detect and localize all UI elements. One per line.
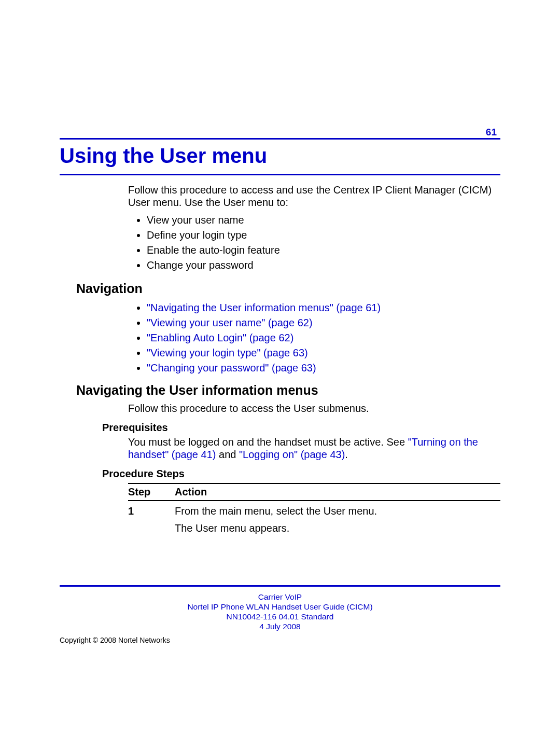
action-text: The User menu appears. [175, 522, 500, 534]
nav-link[interactable]: "Enabling Auto Login" (page 62) [147, 332, 293, 343]
list-item: "Changing your password" (page 63) [147, 361, 500, 376]
copyright: Copyright © 2008 Nortel Networks [60, 636, 170, 644]
footer-line: Nortel IP Phone WLAN Handset User Guide … [60, 602, 500, 612]
prerequisites-heading: Prerequisites [102, 422, 500, 434]
prereq-text: and [216, 449, 239, 460]
intro-bullet-list: View your user name Define your login ty… [128, 213, 500, 273]
nav-link[interactable]: "Viewing your user name" (page 62) [147, 317, 313, 328]
top-rule [60, 138, 500, 140]
prereq-text: . [345, 449, 348, 460]
footer-line: 4 July 2008 [60, 621, 500, 631]
list-item: "Viewing your login type" (page 63) [147, 345, 500, 361]
page-title: Using the User menu [60, 144, 267, 168]
list-item: "Enabling Auto Login" (page 62) [147, 330, 500, 345]
document-page: 61 Using the User menu Follow this proce… [0, 0, 560, 747]
prerequisites-paragraph: You must be logged on and the handset mu… [128, 436, 500, 461]
step-header: Step [128, 483, 175, 501]
footer-line: NN10042-116 04.01 Standard [60, 612, 500, 621]
nav-link[interactable]: "Changing your password" (page 63) [147, 362, 316, 374]
step-number: 1 [128, 501, 175, 540]
nav-link[interactable]: "Viewing your login type" (page 63) [147, 347, 308, 358]
action-text: From the main menu, select the User menu… [175, 505, 500, 517]
navigating-body: Follow this procedure to access the User… [128, 402, 500, 414]
list-item: View your user name [147, 213, 500, 228]
nav-link[interactable]: "Navigating the User information menus" … [147, 302, 381, 313]
table-header-row: Step Action [128, 483, 500, 501]
table-row: 1 From the main menu, select the User me… [128, 501, 500, 540]
action-header: Action [175, 483, 500, 501]
navigation-heading: Navigation [76, 281, 500, 296]
list-item: "Viewing your user name" (page 62) [147, 315, 500, 330]
footer-rule [60, 585, 500, 587]
content-area: Follow this procedure to access and use … [60, 184, 500, 540]
page-number: 61 [486, 127, 497, 138]
procedure-table: Step Action 1 From the main menu, select… [128, 483, 500, 540]
footer: Carrier VoIP Nortel IP Phone WLAN Handse… [60, 592, 500, 631]
list-item: Enable the auto-login feature [147, 243, 500, 258]
navigation-link-list: "Navigating the User information menus" … [128, 300, 500, 376]
footer-line: Carrier VoIP [60, 592, 500, 602]
list-item: Define your login type [147, 228, 500, 243]
prereq-link[interactable]: "Logging on" (page 43) [239, 449, 345, 460]
intro-paragraph: Follow this procedure to access and use … [128, 184, 500, 209]
list-item: Change your password [147, 258, 500, 273]
navigating-heading: Navigating the User information menus [76, 383, 500, 398]
list-item: "Navigating the User information menus" … [147, 300, 500, 315]
prereq-text: You must be logged on and the handset mu… [128, 436, 408, 448]
title-underline [60, 174, 500, 175]
procedure-steps-heading: Procedure Steps [102, 468, 500, 480]
action-cell: From the main menu, select the User menu… [175, 501, 500, 540]
